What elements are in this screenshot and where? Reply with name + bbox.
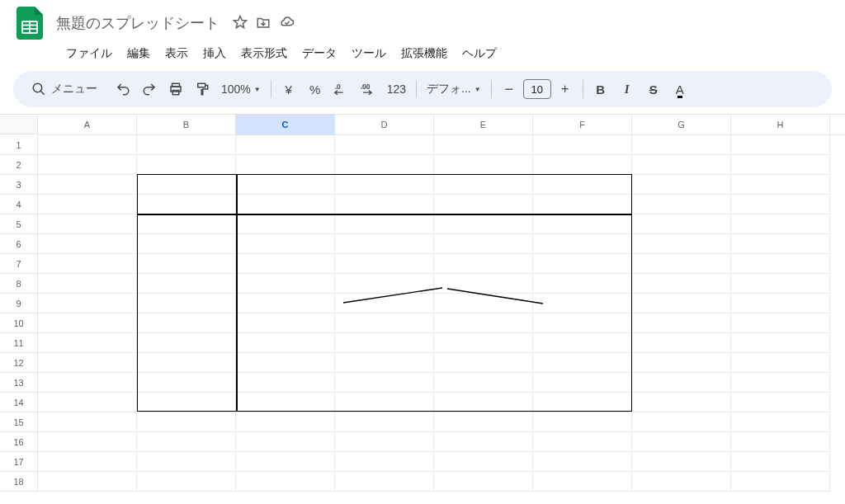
cell-G3[interactable]: [632, 175, 731, 195]
cell-A5[interactable]: [38, 214, 137, 234]
cell-D2[interactable]: [335, 155, 434, 175]
cell-A6[interactable]: [38, 234, 137, 254]
row-header-13[interactable]: 13: [0, 373, 38, 393]
cell-B17[interactable]: [137, 452, 236, 472]
print-button[interactable]: [163, 77, 188, 101]
cell-E1[interactable]: [434, 135, 533, 155]
menu-tools[interactable]: ツール: [345, 43, 393, 64]
cell-H11[interactable]: [731, 333, 830, 353]
cell-B15[interactable]: [137, 412, 236, 432]
cell-H2[interactable]: [731, 155, 830, 175]
cell-A7[interactable]: [38, 254, 137, 274]
menu-view[interactable]: 表示: [158, 43, 195, 64]
cell-G18[interactable]: [632, 472, 731, 492]
font-size-input[interactable]: 10: [523, 79, 551, 99]
cell-F1[interactable]: [533, 135, 632, 155]
column-header-H[interactable]: H: [731, 115, 830, 134]
column-header-E[interactable]: E: [434, 115, 533, 134]
cell-G14[interactable]: [632, 393, 731, 412]
cell-E16[interactable]: [434, 432, 533, 452]
cell-H12[interactable]: [731, 353, 830, 373]
menu-extensions[interactable]: 拡張機能: [394, 43, 454, 64]
doc-title[interactable]: 無題のスプレッドシート: [56, 13, 220, 33]
star-icon[interactable]: [233, 15, 248, 32]
cell-B18[interactable]: [137, 472, 236, 492]
cell-G16[interactable]: [632, 432, 731, 452]
cell-H4[interactable]: [731, 195, 830, 214]
cell-G6[interactable]: [632, 234, 731, 254]
cell-E18[interactable]: [434, 472, 533, 492]
cell-A9[interactable]: [38, 294, 137, 313]
cell-A18[interactable]: [38, 472, 137, 492]
increase-decimal-button[interactable]: .00: [356, 77, 380, 101]
font-size-decrease-button[interactable]: −: [497, 77, 522, 101]
cell-G15[interactable]: [632, 412, 731, 432]
strikethrough-button[interactable]: S: [641, 77, 666, 101]
cell-G13[interactable]: [632, 373, 731, 393]
cell-H10[interactable]: [731, 313, 830, 333]
cell-A15[interactable]: [38, 412, 137, 432]
cell-C18[interactable]: [236, 472, 335, 492]
cell-H17[interactable]: [731, 452, 830, 472]
sheets-logo[interactable]: [13, 7, 46, 40]
row-header-15[interactable]: 15: [0, 412, 38, 432]
cloud-status-icon[interactable]: [279, 15, 295, 32]
row-header-16[interactable]: 16: [0, 432, 38, 452]
cell-A8[interactable]: [38, 274, 137, 294]
row-header-18[interactable]: 18: [0, 472, 38, 492]
row-header-7[interactable]: 7: [0, 254, 38, 274]
redo-button[interactable]: [137, 77, 162, 101]
select-all-corner[interactable]: [0, 115, 38, 134]
cell-A12[interactable]: [38, 353, 137, 373]
column-header-D[interactable]: D: [335, 115, 434, 134]
column-header-C[interactable]: C: [236, 115, 335, 134]
cell-A3[interactable]: [38, 175, 137, 195]
cell-B16[interactable]: [137, 432, 236, 452]
menu-help[interactable]: ヘルプ: [456, 43, 503, 64]
row-header-3[interactable]: 3: [0, 175, 38, 195]
cell-G17[interactable]: [632, 452, 731, 472]
move-icon[interactable]: [256, 15, 271, 32]
row-header-9[interactable]: 9: [0, 294, 38, 313]
row-header-6[interactable]: 6: [0, 234, 38, 254]
cell-G4[interactable]: [632, 195, 731, 214]
cell-F17[interactable]: [533, 452, 632, 472]
menu-format[interactable]: 表示形式: [234, 43, 294, 64]
cell-G7[interactable]: [632, 254, 731, 274]
cell-A11[interactable]: [38, 333, 137, 353]
percent-button[interactable]: %: [303, 77, 328, 101]
menu-file[interactable]: ファイル: [59, 43, 119, 64]
text-color-button[interactable]: A: [668, 77, 692, 101]
cell-F18[interactable]: [533, 472, 632, 492]
row-header-17[interactable]: 17: [0, 452, 38, 472]
row-header-10[interactable]: 10: [0, 313, 38, 333]
cell-D18[interactable]: [335, 472, 434, 492]
cell-C2[interactable]: [236, 155, 335, 175]
row-header-2[interactable]: 2: [0, 155, 38, 175]
cell-A1[interactable]: [38, 135, 137, 155]
column-header-B[interactable]: B: [137, 115, 236, 134]
cell-A13[interactable]: [38, 373, 137, 393]
currency-button[interactable]: ¥: [276, 77, 301, 101]
cell-H5[interactable]: [731, 214, 830, 234]
cell-A4[interactable]: [38, 195, 137, 214]
column-header-A[interactable]: A: [38, 115, 137, 134]
cell-G9[interactable]: [632, 294, 731, 313]
row-header-4[interactable]: 4: [0, 195, 38, 214]
cell-H8[interactable]: [731, 274, 830, 294]
cell-H6[interactable]: [731, 234, 830, 254]
cell-D17[interactable]: [335, 452, 434, 472]
undo-button[interactable]: [111, 77, 135, 101]
paint-format-button[interactable]: [190, 77, 215, 101]
cell-F15[interactable]: [533, 412, 632, 432]
cell-D16[interactable]: [335, 432, 434, 452]
number-format-button[interactable]: 123: [382, 77, 411, 101]
cell-G2[interactable]: [632, 155, 731, 175]
row-header-1[interactable]: 1: [0, 135, 38, 155]
cell-E15[interactable]: [434, 412, 533, 432]
cell-G8[interactable]: [632, 274, 731, 294]
cell-H7[interactable]: [731, 254, 830, 274]
cell-H3[interactable]: [731, 175, 830, 195]
cell-H9[interactable]: [731, 294, 830, 313]
cell-H14[interactable]: [731, 393, 830, 412]
